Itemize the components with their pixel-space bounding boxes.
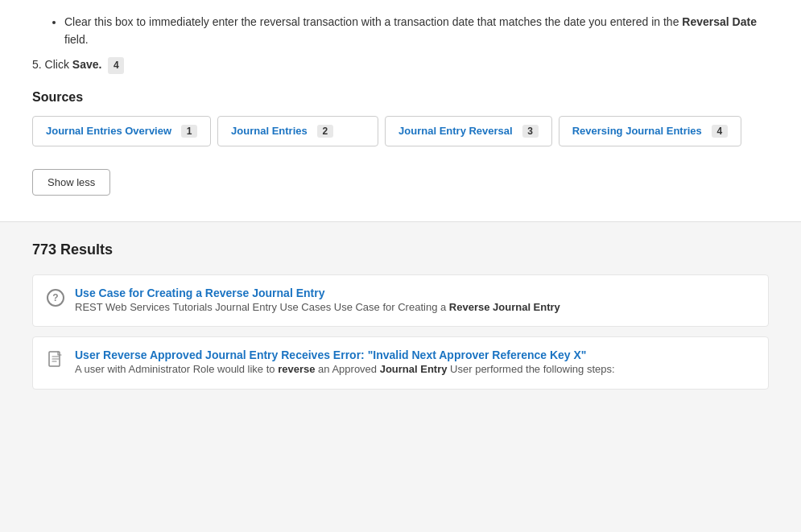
bullet-text-before: Clear this box to immediately enter the … xyxy=(64,15,679,28)
save-badge: 4 xyxy=(108,57,124,74)
sources-section: Sources Journal Entries Overview 1 Journ… xyxy=(32,90,769,146)
show-less-button[interactable]: Show less xyxy=(32,169,110,196)
snippet-bold-1: Reverse Journal Entry xyxy=(449,301,560,313)
result-title-1[interactable]: Use Case for Creating a Reverse Journal … xyxy=(75,287,324,299)
source-card-label-3: Journal Entry Reversal xyxy=(398,125,513,137)
source-card-badge-4: 4 xyxy=(712,125,728,138)
result-item-1: ? Use Case for Creating a Reverse Journa… xyxy=(32,274,769,328)
show-less-row: Show less xyxy=(32,169,769,202)
results-count: 773 Results xyxy=(32,241,769,258)
field-text: field. xyxy=(64,33,89,46)
source-card-3[interactable]: Journal Entry Reversal 3 xyxy=(385,116,552,146)
snippet-bold-2b: Journal Entry xyxy=(380,363,448,375)
source-card-label-2: Journal Entries xyxy=(231,125,308,137)
result-icon-1: ? xyxy=(46,288,65,307)
step-click-text: Click xyxy=(45,58,69,71)
main-container: Clear this box to immediately enter the … xyxy=(0,0,801,532)
source-card-1[interactable]: Journal Entries Overview 1 xyxy=(32,116,211,146)
snippet-text-2c: User performed the following steps: xyxy=(447,363,614,375)
save-label: Save. xyxy=(72,58,102,71)
top-section: Clear this box to immediately enter the … xyxy=(0,0,801,222)
sources-title: Sources xyxy=(32,90,769,105)
result-content-2: User Reverse Approved Journal Entry Rece… xyxy=(75,348,755,377)
document-icon xyxy=(47,351,64,369)
snippet-text-before-1: REST Web Services Tutorials Journal Entr… xyxy=(75,301,449,313)
result-content-1: Use Case for Creating a Reverse Journal … xyxy=(75,287,755,315)
result-title-2[interactable]: User Reverse Approved Journal Entry Rece… xyxy=(75,348,586,361)
question-icon: ? xyxy=(47,289,64,307)
result-snippet-1: REST Web Services Tutorials Journal Entr… xyxy=(75,299,755,315)
results-section: 773 Results ? Use Case for Creating a Re… xyxy=(0,222,801,415)
snippet-text-2b: an Approved xyxy=(315,363,379,375)
result-item-2: User Reverse Approved Journal Entry Rece… xyxy=(32,336,769,390)
source-card-4[interactable]: Reversing Journal Entries 4 xyxy=(559,116,741,146)
result-icon-2 xyxy=(46,350,65,369)
source-card-badge-2: 2 xyxy=(317,125,333,138)
reversal-date-label: Reversal Date xyxy=(682,15,757,28)
sources-grid: Journal Entries Overview 1 Journal Entri… xyxy=(32,116,769,146)
result-snippet-2: A user with Administrator Role would lik… xyxy=(75,361,755,377)
source-card-label-1: Journal Entries Overview xyxy=(46,125,171,137)
source-card-label-4: Reversing Journal Entries xyxy=(572,125,702,137)
bullet-section: Clear this box to immediately enter the … xyxy=(32,13,769,49)
snippet-text-2a: A user with Administrator Role would lik… xyxy=(75,363,278,375)
snippet-bold-2a: reverse xyxy=(278,363,315,375)
source-card-2[interactable]: Journal Entries 2 xyxy=(217,116,378,146)
source-card-badge-3: 3 xyxy=(522,125,539,138)
step-number: 5. xyxy=(32,58,42,71)
source-card-badge-1: 1 xyxy=(181,125,197,138)
step-5: 5. Click Save. 4 xyxy=(32,56,769,74)
